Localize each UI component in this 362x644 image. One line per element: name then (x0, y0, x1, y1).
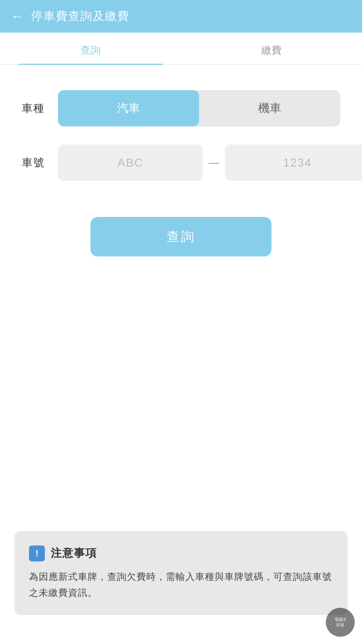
vehicle-type-row: 車種 汽車 機車 (22, 90, 340, 126)
watermark: 電腦主阿達 (326, 608, 355, 637)
plate-number-row: 車號 — (22, 145, 340, 181)
notice-icon: ! (29, 545, 45, 561)
tab-query[interactable]: 查詢 (0, 33, 181, 64)
vehicle-type-car[interactable]: 汽車 (58, 90, 199, 126)
spacer (0, 285, 362, 531)
notice-text: 為因應新式車牌，查詢欠費時，需輸入車種與車牌號碼，可查詢該車號之未繳費資訊。 (29, 569, 333, 601)
watermark-text: 電腦主阿達 (334, 617, 346, 628)
vehicle-type-motorcycle[interactable]: 機車 (199, 90, 340, 126)
plate-input-part1[interactable] (58, 145, 203, 181)
notice-title: 注意事項 (51, 546, 97, 561)
notice-header: ! 注意事項 (29, 545, 333, 561)
vehicle-type-label: 車種 (22, 101, 58, 116)
plate-input-part2[interactable] (225, 145, 362, 181)
notice-box: ! 注意事項 為因應新式車牌，查詢欠費時，需輸入車種與車牌號碼，可查詢該車號之未… (14, 531, 348, 615)
page-title: 停車費查詢及繳費 (31, 8, 130, 24)
header: ← 停車費查詢及繳費 (0, 0, 362, 33)
main-content: 查詢 繳費 車種 汽車 機車 車 (0, 33, 362, 644)
tab-bar: 查詢 繳費 (0, 33, 362, 65)
plate-label: 車號 (22, 155, 58, 170)
back-button[interactable]: ← (11, 9, 24, 24)
vehicle-type-toggle: 汽車 機車 (58, 90, 340, 126)
plate-dash: — (207, 156, 221, 169)
search-button-container: 查詢 (0, 217, 362, 256)
tab-payment[interactable]: 繳費 (181, 33, 362, 64)
form-area: 車種 汽車 機車 車號 — (0, 83, 362, 217)
search-button[interactable]: 查詢 (90, 217, 272, 256)
plate-inputs: — (58, 145, 362, 181)
